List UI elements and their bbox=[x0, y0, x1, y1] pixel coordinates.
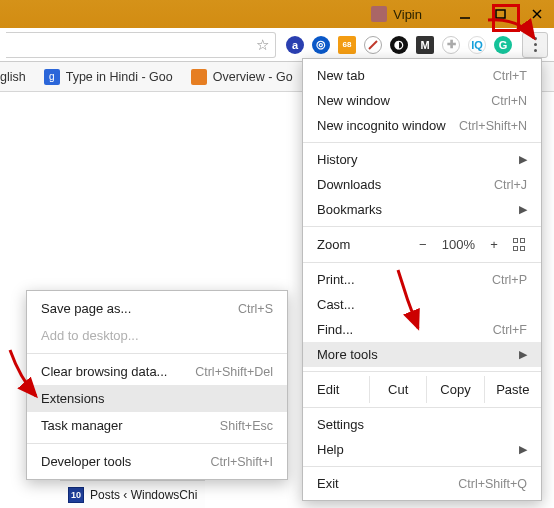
menu-item-print[interactable]: Print...Ctrl+P bbox=[303, 267, 541, 292]
wordpress-favicon: 10 bbox=[68, 487, 84, 503]
menu-item-cast[interactable]: Cast... bbox=[303, 292, 541, 317]
chevron-right-icon: ▶ bbox=[519, 203, 527, 216]
grammarly-extension-icon[interactable]: G bbox=[494, 36, 512, 54]
zoom-label: Zoom bbox=[317, 237, 350, 252]
extension-icon[interactable]: M bbox=[416, 36, 434, 54]
chevron-right-icon: ▶ bbox=[519, 348, 527, 361]
bookmark-item[interactable]: g Type in Hindi - Goo bbox=[44, 69, 173, 85]
menu-item-find[interactable]: Find...Ctrl+F bbox=[303, 317, 541, 342]
submenu-developer-tools[interactable]: Developer toolsCtrl+Shift+I bbox=[27, 448, 287, 475]
extension-icon[interactable] bbox=[364, 36, 382, 54]
rss-extension-icon[interactable]: 68 bbox=[338, 36, 356, 54]
chrome-main-menu: New tabCtrl+T New windowCtrl+N New incog… bbox=[302, 58, 542, 501]
menu-copy-button[interactable]: Copy bbox=[426, 376, 483, 403]
window-maximize-button[interactable] bbox=[490, 4, 512, 24]
zoom-value: 100% bbox=[442, 237, 475, 252]
chevron-right-icon: ▶ bbox=[519, 443, 527, 456]
profile-avatar bbox=[371, 6, 387, 22]
taskbar-item-label: Posts ‹ WindowsChi bbox=[90, 488, 197, 502]
extension-icons-row: a ◎ 68 ◐ M ✚ IQ G bbox=[284, 36, 514, 54]
svg-rect-1 bbox=[496, 10, 505, 18]
extension-icon[interactable]: IQ bbox=[468, 36, 486, 54]
menu-item-new-incognito[interactable]: New incognito windowCtrl+Shift+N bbox=[303, 113, 541, 138]
menu-item-downloads[interactable]: DownloadsCtrl+J bbox=[303, 172, 541, 197]
chrome-profile-button[interactable]: Vipin bbox=[371, 6, 422, 22]
fullscreen-icon[interactable] bbox=[513, 238, 527, 252]
submenu-clear-browsing-data[interactable]: Clear browsing data...Ctrl+Shift+Del bbox=[27, 358, 287, 385]
menu-item-more-tools[interactable]: More tools▶ bbox=[303, 342, 541, 367]
zoom-in-button[interactable]: + bbox=[487, 237, 501, 252]
menu-item-new-window[interactable]: New windowCtrl+N bbox=[303, 88, 541, 113]
browser-toolbar: ☆ a ◎ 68 ◐ M ✚ IQ G bbox=[0, 28, 554, 62]
omnibox[interactable]: ☆ bbox=[6, 32, 276, 58]
submenu-task-manager[interactable]: Task managerShift+Esc bbox=[27, 412, 287, 439]
bookmark-item[interactable]: Overview - Go bbox=[191, 69, 293, 85]
submenu-save-page[interactable]: Save page as...Ctrl+S bbox=[27, 295, 287, 322]
menu-item-new-tab[interactable]: New tabCtrl+T bbox=[303, 63, 541, 88]
taskbar-item[interactable]: 10 Posts ‹ WindowsChi bbox=[60, 480, 205, 508]
extension-icon[interactable]: ✚ bbox=[442, 36, 460, 54]
bookmark-label: Type in Hindi - Goo bbox=[66, 70, 173, 84]
chevron-right-icon: ▶ bbox=[519, 153, 527, 166]
google-favicon: g bbox=[44, 69, 60, 85]
extension-icon[interactable]: ◎ bbox=[312, 36, 330, 54]
menu-paste-button[interactable]: Paste bbox=[484, 376, 541, 403]
more-tools-submenu: Save page as...Ctrl+S Add to desktop... … bbox=[26, 290, 288, 480]
bookmark-star-icon[interactable]: ☆ bbox=[256, 36, 269, 54]
menu-item-bookmarks[interactable]: Bookmarks▶ bbox=[303, 197, 541, 222]
svg-line-4 bbox=[369, 41, 377, 49]
profile-name: Vipin bbox=[393, 7, 422, 22]
chrome-menu-button[interactable] bbox=[522, 32, 548, 58]
bookmark-label: glish bbox=[0, 70, 26, 84]
extension-icon[interactable]: ◐ bbox=[390, 36, 408, 54]
extension-icon[interactable]: a bbox=[286, 36, 304, 54]
window-titlebar: Vipin bbox=[0, 0, 554, 28]
menu-item-settings[interactable]: Settings bbox=[303, 412, 541, 437]
menu-cut-button[interactable]: Cut bbox=[369, 376, 426, 403]
favicon bbox=[191, 69, 207, 85]
menu-item-help[interactable]: Help▶ bbox=[303, 437, 541, 462]
menu-item-exit[interactable]: ExitCtrl+Shift+Q bbox=[303, 471, 541, 496]
window-minimize-button[interactable] bbox=[454, 4, 476, 24]
menu-edit-row: Edit Cut Copy Paste bbox=[303, 376, 541, 403]
menu-item-history[interactable]: History▶ bbox=[303, 147, 541, 172]
submenu-extensions[interactable]: Extensions bbox=[27, 385, 287, 412]
zoom-out-button[interactable]: − bbox=[416, 237, 430, 252]
submenu-add-to-desktop: Add to desktop... bbox=[27, 322, 287, 349]
edit-label: Edit bbox=[303, 376, 369, 403]
menu-item-zoom: Zoom − 100% + bbox=[303, 231, 541, 258]
bookmark-label: Overview - Go bbox=[213, 70, 293, 84]
window-close-button[interactable] bbox=[526, 4, 548, 24]
bookmark-item[interactable]: glish bbox=[0, 70, 26, 84]
